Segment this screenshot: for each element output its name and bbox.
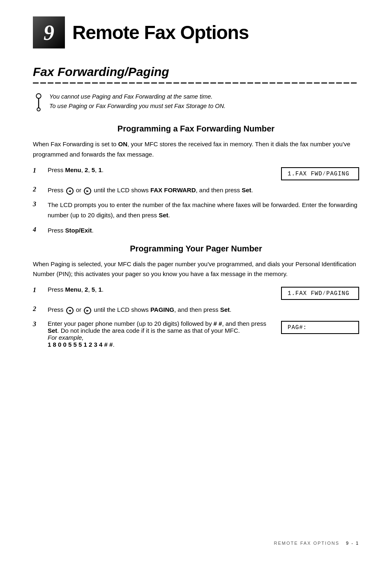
pager-arrow-left-icon: ◄ (66, 307, 74, 314)
chapter-number: 9 (44, 21, 54, 45)
note-box: You cannot use Paging and Fax Forwarding… (33, 92, 359, 113)
pager-step-1-text: Press Menu, 2, 5, 1. (48, 286, 104, 293)
fax-fwd-lcd-1: 1.FAX FWD⁄PAGING (281, 167, 359, 180)
svg-point-0 (36, 94, 41, 99)
pager-lcd-2: PAG#: (281, 321, 359, 334)
pager-step-3-content: Enter your pager phone number (up to 20 … (48, 320, 359, 348)
fax-forwarding-title: Programming a Fax Forwarding Number (33, 124, 359, 134)
pager-step-1-content: Press Menu, 2, 5, 1. 1.FAX FWD⁄PAGING (48, 286, 359, 300)
arrow-left-icon: ◄ (66, 187, 74, 195)
pager-step-3: 3 Enter your pager phone number (up to 2… (33, 320, 359, 348)
fax-forwarding-body: When Fax Forwarding is set to ON, your M… (33, 139, 359, 160)
section-divider (33, 82, 359, 84)
step-number-4: 4 (33, 226, 48, 233)
fax-fwd-step-3: 3 The LCD prompts you to enter the numbe… (33, 200, 359, 221)
fax-forwarding-steps: 1 Press Menu, 2, 5, 1. 1.FAX FWD⁄PAGING … (33, 166, 359, 236)
fax-fwd-step-2: 2 Press ◄ or ► until the LCD shows FAX F… (33, 185, 359, 196)
pager-step-3-text: Enter your pager phone number (up to 20 … (48, 320, 266, 348)
pager-steps: 1 Press Menu, 2, 5, 1. 1.FAX FWD⁄PAGING … (33, 286, 359, 348)
pager-arrow-right-icon: ► (84, 307, 91, 314)
step-number-3: 3 (33, 200, 48, 208)
fax-fwd-step-4: 4 Press Stop/Exit. (33, 226, 359, 236)
pager-body: When Paging is selected, your MFC dials … (33, 259, 359, 280)
note-line1: You cannot use Paging and Fax Forwarding… (49, 92, 226, 101)
fax-fwd-step-1: 1 Press Menu, 2, 5, 1. 1.FAX FWD⁄PAGING (33, 166, 359, 180)
arrow-right-icon: ► (84, 187, 91, 195)
step-1-content: Press Menu, 2, 5, 1. 1.FAX FWD⁄PAGING (48, 166, 359, 180)
note-line2: To use Paging or Fax Forwarding you must… (49, 101, 226, 111)
pager-title: Programming Your Pager Number (33, 244, 359, 253)
pager-step-number-1: 1 (33, 286, 48, 294)
section-title: Fax Forwarding/Paging (33, 65, 359, 79)
pager-step-number-2: 2 (33, 305, 48, 313)
step-number-2: 2 (33, 185, 48, 193)
note-text: You cannot use Paging and Fax Forwarding… (49, 92, 226, 111)
footer-label: REMOTE FAX OPTIONS (274, 541, 339, 546)
footer: REMOTE FAX OPTIONS 9 - 1 (274, 541, 359, 546)
pager-step-2: 2 Press ◄ or ► until the LCD shows PAGIN… (33, 305, 359, 315)
chapter-header: 9 Remote Fax Options (33, 16, 359, 48)
chapter-title: Remote Fax Options (72, 21, 249, 44)
footer-page: 9 - 1 (346, 541, 359, 546)
step-1-text: Press Menu, 2, 5, 1. (48, 166, 104, 173)
svg-point-2 (37, 108, 40, 111)
chapter-number-box: 9 (33, 16, 65, 48)
pager-lcd-1: 1.FAX FWD⁄PAGING (281, 287, 359, 300)
note-icon (33, 93, 44, 113)
step-number-1: 1 (33, 166, 48, 174)
page: 9 Remote Fax Options Fax Forwarding/Pagi… (0, 0, 392, 562)
pager-step-number-3: 3 (33, 320, 48, 328)
pager-step-1: 1 Press Menu, 2, 5, 1. 1.FAX FWD⁄PAGING (33, 286, 359, 300)
